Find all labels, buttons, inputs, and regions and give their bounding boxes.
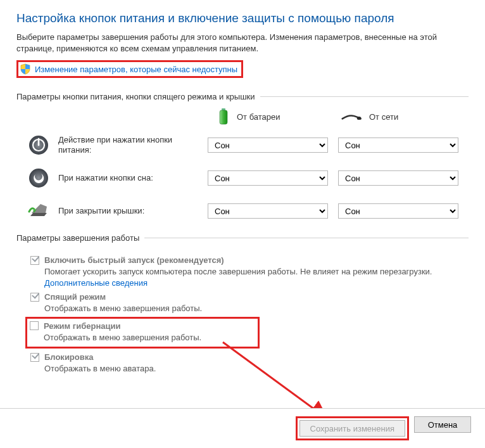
- row-power-button: Действие при нажатии кнопки питания: Сон…: [16, 134, 469, 156]
- svg-point-2: [357, 117, 362, 120]
- lock-menu-checkbox: [30, 353, 39, 362]
- row-lid-label: При закрытии крышки:: [58, 206, 144, 216]
- column-ac-label: От сети: [369, 112, 398, 122]
- section-buttons-header: Параметры кнопки питания, кнопки спящего…: [16, 92, 469, 101]
- fast-startup-item: Включить быстрый запуск (рекомендуется) …: [30, 255, 469, 288]
- sleep-menu-title: Спящий режим: [44, 292, 106, 302]
- sleep-menu-desc: Отображать в меню завершения работы.: [44, 303, 469, 314]
- svg-point-6: [29, 169, 48, 188]
- lock-menu-item: Блокировка Отображать в меню аватара.: [30, 352, 469, 374]
- hibernate-menu-item: Режим гибернации Отображать в меню завер…: [30, 321, 253, 343]
- sleep-menu-item: Спящий режим Отображать в меню завершени…: [30, 292, 469, 314]
- power-button-icon: [28, 134, 49, 156]
- fast-startup-title: Включить быстрый запуск (рекомендуется): [44, 255, 224, 265]
- change-unavailable-settings-link[interactable]: Изменение параметров, которые сейчас нед…: [35, 65, 237, 74]
- row-power-label: Действие при нажатии кнопки питания:: [58, 135, 208, 156]
- column-battery-label: От батареи: [237, 112, 280, 122]
- battery-icon: [217, 108, 230, 125]
- hibernate-menu-title: Режим гибернации: [44, 321, 121, 331]
- page-title: Настройка кнопок питания и включение защ…: [16, 11, 469, 25]
- lid-close-ac-select[interactable]: Сон: [338, 203, 458, 219]
- row-sleep-label: При нажатии кнопки сна:: [58, 173, 153, 183]
- power-button-battery-select[interactable]: Сон: [208, 138, 328, 153]
- svg-rect-0: [222, 108, 225, 110]
- lid-close-battery-select[interactable]: Сон: [208, 203, 328, 219]
- hibernate-highlight-box: Режим гибернации Отображать в меню завер…: [25, 317, 260, 349]
- power-button-ac-select[interactable]: Сон: [338, 138, 458, 153]
- svg-rect-1: [220, 110, 227, 124]
- fast-startup-checkbox: [30, 256, 39, 265]
- section-shutdown-header: Параметры завершения работы: [16, 233, 469, 243]
- row-lid-close: При закрытии крышки: Сон Сон: [16, 200, 469, 222]
- intro-text: Выберите параметры завершения работы для…: [16, 32, 469, 54]
- sleep-menu-checkbox: [30, 293, 39, 302]
- lid-close-icon: [28, 200, 49, 222]
- lock-menu-desc: Отображать в меню аватара.: [44, 363, 469, 374]
- section-shutdown-label: Параметры завершения работы: [16, 233, 139, 243]
- cancel-button[interactable]: Отмена: [414, 416, 471, 433]
- more-info-link[interactable]: Дополнительные сведения: [44, 278, 148, 288]
- sleep-button-icon: [28, 167, 49, 189]
- hibernate-menu-desc: Отображать в меню завершения работы.: [44, 332, 253, 343]
- sleep-button-ac-select[interactable]: Сон: [338, 170, 458, 186]
- fast-startup-desc: Помогает ускорить запуск компьютера посл…: [44, 266, 469, 288]
- save-button-highlight: Сохранить изменения: [296, 416, 410, 440]
- hibernate-menu-checkbox: [30, 321, 39, 330]
- column-headers: От батареи От сети: [16, 108, 469, 125]
- sleep-button-battery-select[interactable]: Сон: [208, 170, 328, 186]
- lock-menu-title: Блокировка: [44, 352, 93, 362]
- row-sleep-button: При нажатии кнопки сна: Сон Сон: [16, 167, 469, 189]
- shield-icon: [20, 63, 31, 75]
- footer-bar: Сохранить изменения Отмена: [0, 408, 485, 448]
- divider: [260, 96, 469, 97]
- plug-icon: [341, 110, 363, 123]
- divider: [144, 238, 469, 238]
- admin-link-highlight: Изменение параметров, которые сейчас нед…: [16, 60, 243, 78]
- save-changes-button[interactable]: Сохранить изменения: [299, 420, 406, 437]
- section-buttons-label: Параметры кнопки питания, кнопки спящего…: [16, 92, 255, 101]
